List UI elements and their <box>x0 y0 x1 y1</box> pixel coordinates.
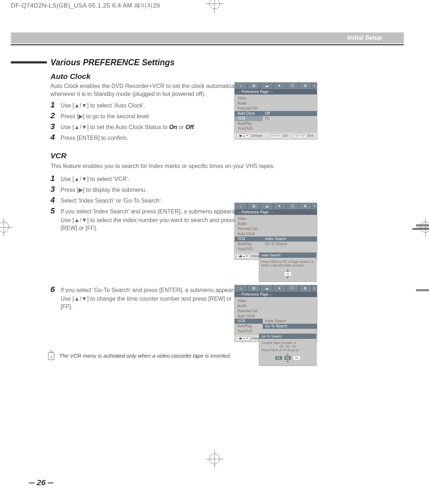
osd-tab-icon: ☁ <box>260 83 273 89</box>
step-text: Use [▲/▼] to select 'VCR'. <box>61 175 241 183</box>
step-text: Use [▲/▼] to change the time counter num… <box>61 295 241 310</box>
osd-tab-icon: ⊞ <box>248 285 261 292</box>
info-note: The VCR menu is activated only when a vi… <box>59 353 231 359</box>
osd-footer: ◀▶▲▼Choose ENTEROK SETUPExit <box>235 133 317 139</box>
step-number: 2 <box>50 111 55 120</box>
step-number: 3 <box>50 185 55 194</box>
registration-mark-left <box>0 222 9 233</box>
osd-tab-icon: ☁ <box>260 285 273 292</box>
osd-screenshot-autoclock: ♪ ⊞ ☁ ✦ ⓘ ⚙ • - - Preference Page - - Vi… <box>234 82 317 140</box>
decorative-edge-bar <box>412 228 429 230</box>
step-text: If you select 'Index Search' and press [… <box>61 208 241 216</box>
osd-tab-icon: ⓘ <box>286 285 299 292</box>
step-number: 5 <box>50 206 55 216</box>
osd-banner: - - Preference Page - - <box>235 209 317 215</box>
osd-tab-icon: ♪ <box>235 285 248 292</box>
step-text: Use [▲/▼] to set the Auto Clock Status t… <box>61 123 241 131</box>
step-text: Use [▲/▼] to select the index number you… <box>61 216 241 232</box>
osd-tab-icon: • <box>312 285 317 292</box>
section-title: Various PREFERENCE Settings <box>50 58 174 67</box>
step-text: Select 'Index Search' or 'Go-To Search'. <box>61 197 241 205</box>
step-number: 4 <box>50 195 55 205</box>
svg-text:i: i <box>50 354 52 359</box>
section-lead-bar <box>11 61 47 63</box>
step-number: 3 <box>50 122 55 131</box>
decorative-edge-bar <box>416 289 429 291</box>
step-text: If you select 'Go-To Search' and press [… <box>61 286 241 294</box>
autoclock-heading: Auto Clock <box>50 72 90 81</box>
osd-tab-icon: ⚙ <box>299 83 312 89</box>
osd-tab-icon: • <box>312 203 317 209</box>
osd-tab-icon: • <box>312 83 317 89</box>
osd-tab-icon: ✦ <box>273 83 286 89</box>
decorative-edge-bar <box>416 224 429 226</box>
popup-index-search: Index Search Press REW or FF to begin se… <box>259 252 317 282</box>
osd-tab-icon: ♪ <box>235 203 248 209</box>
svg-point-1 <box>50 350 52 353</box>
step-text: Use [▲/▼] to select 'Auto Clock'. <box>61 102 241 110</box>
autoclock-intro: Auto Clock enables the DVD Recorder+VCR … <box>50 82 252 98</box>
vcr-intro: This feature enables you to search for I… <box>50 162 303 170</box>
step-text: Press [▶] to display the submenu. <box>61 186 241 194</box>
registration-mark-bottom <box>209 454 220 464</box>
osd-tab-icon: ⚙ <box>299 203 312 209</box>
vcr-heading: VCR <box>50 151 66 160</box>
step-text: Press [▶] to go to the second level. <box>61 112 241 120</box>
page-number: 26 <box>29 478 53 487</box>
osd-tab-icon: ✦ <box>273 203 286 209</box>
info-icon: i <box>47 350 56 361</box>
registration-mark-right <box>420 222 429 233</box>
osd-tab-icon: ⊞ <box>248 83 261 89</box>
osd-tab-icon: ♪ <box>235 83 248 89</box>
osd-tab-icon: ⚙ <box>299 285 312 292</box>
osd-tab-icon: ⓘ <box>286 83 299 89</box>
osd-banner: - - Preference Page - - <box>235 292 317 297</box>
step-number: 6 <box>50 285 55 294</box>
step-number: 4 <box>50 133 55 142</box>
step-number: 1 <box>50 174 55 183</box>
osd-tab-icon: ☁ <box>260 203 273 209</box>
osd-banner: - - Preference Page - - <box>235 89 317 94</box>
popup-goto-search: Go-To Search Current Tape Counter is : 0… <box>259 333 317 366</box>
osd-tab-icon: ⊞ <box>248 203 261 209</box>
osd-tab-icon: ✦ <box>273 285 286 292</box>
section-header-bar: Initial Setup <box>11 32 404 43</box>
osd-screenshot-index: ♪ ⊞ ☁ ✦ ⓘ ⚙ • - - Preference Page - - Vi… <box>234 203 317 260</box>
osd-tab-icon: ⓘ <box>286 203 299 209</box>
step-number: 1 <box>50 100 55 110</box>
step-text: Press [ENTER] to confirm. <box>61 134 241 142</box>
print-header-strip: DF-Q74D2N-LS(GB)_USA 05.1.25 6:4 AM 페이지2… <box>11 1 404 10</box>
section-header-label: Initial Setup <box>348 34 382 41</box>
